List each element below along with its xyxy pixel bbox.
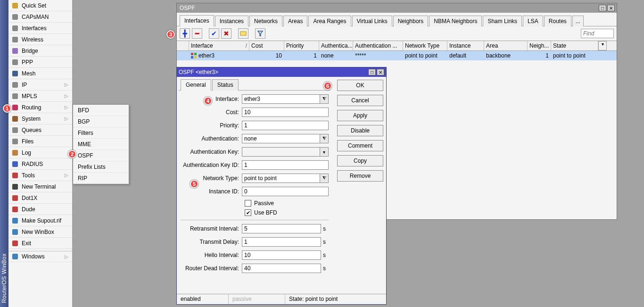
dialog-tab-general[interactable]: General	[181, 79, 211, 91]
tab-instances[interactable]: Instances	[215, 16, 248, 26]
col-cost[interactable]: Cost	[249, 41, 284, 50]
ok-button[interactable]: OK	[337, 80, 383, 91]
chevron-right-icon: ▷	[65, 93, 69, 99]
col-area[interactable]: Area	[484, 41, 528, 50]
sidebar-item-mpls[interactable]: MPLS▷	[8, 91, 72, 102]
sidebar-item-queues[interactable]: Queues	[8, 124, 72, 136]
svg-rect-10	[12, 116, 18, 122]
sidebar-item-ip[interactable]: IP▷	[8, 79, 72, 91]
svg-rect-18	[12, 207, 18, 212]
net-type-field[interactable]	[242, 174, 320, 183]
disable-button[interactable]: ✖	[221, 28, 231, 39]
tab-nbma-neighbors[interactable]: NBMA Neighbors	[429, 16, 482, 26]
net-type-dropdown[interactable]: ⧨	[320, 174, 329, 183]
tab-virtual-links[interactable]: Virtual Links	[352, 16, 392, 26]
dialog-maximize-button[interactable]: □	[368, 69, 376, 75]
col-priority[interactable]: Priority	[284, 41, 319, 50]
sidebar-item-log[interactable]: Log	[8, 147, 72, 158]
sidebar-item-mesh[interactable]: Mesh	[8, 68, 72, 79]
close-button[interactable]: ✕	[607, 5, 615, 11]
enable-button[interactable]: ✔	[209, 28, 219, 39]
tab-lsa[interactable]: LSA	[523, 16, 543, 26]
dialog-titlebar: OSPF <ether3> □ ✕	[177, 67, 386, 77]
sidebar-item-new-terminal[interactable]: New Terminal	[8, 181, 72, 192]
tab-area-ranges[interactable]: Area Ranges	[308, 16, 351, 26]
cost-field[interactable]	[242, 108, 329, 117]
auth-dropdown[interactable]: ⧨	[320, 134, 329, 143]
sidebar-item-ppp[interactable]: PPP	[8, 57, 72, 68]
chevron-right-icon: ▷	[65, 116, 69, 121]
sidebar-item-dot1x[interactable]: Dot1X	[8, 192, 72, 204]
sidebar-item-exit[interactable]: Exit	[8, 238, 72, 249]
dialog-tab-status[interactable]: Status	[212, 79, 239, 91]
disable-button[interactable]: Disable	[337, 125, 383, 136]
tab-sham-links[interactable]: Sham Links	[483, 16, 522, 26]
submenu-item-mme[interactable]: MME	[73, 139, 129, 150]
sidebar-item-capsman[interactable]: CAPsMAN	[8, 11, 72, 23]
auth-key-id-field[interactable]	[242, 160, 329, 170]
interface-dropdown[interactable]: ⧨	[320, 94, 329, 104]
sidebar-item-windows[interactable]: Windows▷	[8, 251, 72, 262]
remove-button[interactable]: Remove	[337, 170, 383, 182]
col-neigh[interactable]: Neigh...	[528, 41, 551, 50]
sidebar-item-bridge[interactable]: Bridge	[8, 45, 72, 57]
submenu-item-bgp[interactable]: BGP	[73, 116, 129, 127]
table-row[interactable]: ether3 10 1 none ***** point to point de…	[177, 51, 617, 60]
tab-routes[interactable]: Routes	[544, 16, 571, 26]
sidebar-item-routing[interactable]: Routing▷	[8, 102, 72, 113]
sidebar-item-new-winbox[interactable]: New WinBox	[8, 226, 72, 238]
auth-key-expand[interactable]: ▾	[320, 147, 329, 157]
col-interface[interactable]: Interface/	[189, 41, 249, 50]
submenu-item-prefix-lists[interactable]: Prefix Lists	[73, 161, 129, 173]
submenu-item-bfd[interactable]: BFD	[73, 105, 129, 116]
brand-text: RouterOS WinBox	[1, 253, 8, 303]
tab--[interactable]: ...	[572, 16, 584, 26]
instance-id-field[interactable]	[242, 187, 329, 196]
col-instance[interactable]: Instance	[447, 41, 484, 50]
cancel-button[interactable]: Cancel	[337, 95, 383, 106]
sidebar-item-files[interactable]: Files	[8, 136, 72, 147]
priority-field[interactable]	[242, 121, 329, 130]
col-flag[interactable]	[177, 41, 189, 50]
sidebar-item-quick-set[interactable]: Quick Set	[8, 0, 72, 11]
add-button[interactable]: ╋	[180, 28, 190, 39]
dead-field[interactable]	[242, 264, 321, 273]
svg-rect-23	[240, 32, 246, 35]
dialog-close-button[interactable]: ✕	[377, 69, 384, 75]
apply-button[interactable]: Apply	[337, 110, 383, 121]
passive-checkbox[interactable]	[245, 200, 251, 207]
sidebar-item-interfaces[interactable]: Interfaces	[8, 23, 72, 34]
sidebar-item-system[interactable]: System▷	[8, 113, 72, 124]
sidebar-item-radius[interactable]: RADIUS	[8, 158, 72, 170]
submenu-item-rip[interactable]: RIP	[73, 173, 129, 184]
maximize-button[interactable]: □	[599, 5, 606, 11]
sidebar-item-make-supout-rif[interactable]: Make Supout.rif	[8, 215, 72, 226]
filter-button[interactable]	[255, 28, 265, 39]
tab-areas[interactable]: Areas	[283, 16, 307, 26]
col-state[interactable]: State	[551, 41, 598, 50]
use-bfd-checkbox[interactable]: ✔	[245, 209, 251, 216]
sidebar-item-wireless[interactable]: Wireless	[8, 34, 72, 45]
col-authkey[interactable]: Authentication ...	[353, 41, 403, 50]
comment-button[interactable]	[238, 28, 248, 39]
sidebar-item-dude[interactable]: Dude	[8, 204, 72, 215]
col-nettype[interactable]: Network Type	[403, 41, 447, 50]
find-input[interactable]	[581, 29, 614, 38]
col-auth[interactable]: Authentica...	[319, 41, 353, 50]
comment-button[interactable]: Comment	[337, 140, 383, 151]
tx-delay-field[interactable]	[242, 237, 321, 247]
hello-field[interactable]	[242, 250, 321, 260]
tab-neighbors[interactable]: Neighbors	[393, 16, 429, 26]
retransmit-field[interactable]	[242, 224, 321, 233]
auth-field[interactable]	[242, 134, 320, 143]
remove-button[interactable]: ━	[192, 28, 202, 39]
submenu-item-ospf[interactable]: OSPF	[73, 150, 129, 161]
auth-key-field[interactable]	[242, 147, 320, 157]
columns-dropdown[interactable]: ▾	[598, 41, 607, 50]
submenu-item-filters[interactable]: Filters	[73, 127, 129, 139]
tab-networks[interactable]: Networks	[249, 16, 282, 26]
copy-button[interactable]: Copy	[337, 155, 383, 166]
sidebar-item-tools[interactable]: Tools▷	[8, 170, 72, 181]
tab-interfaces[interactable]: Interfaces	[180, 15, 214, 26]
interface-field[interactable]	[242, 94, 320, 104]
